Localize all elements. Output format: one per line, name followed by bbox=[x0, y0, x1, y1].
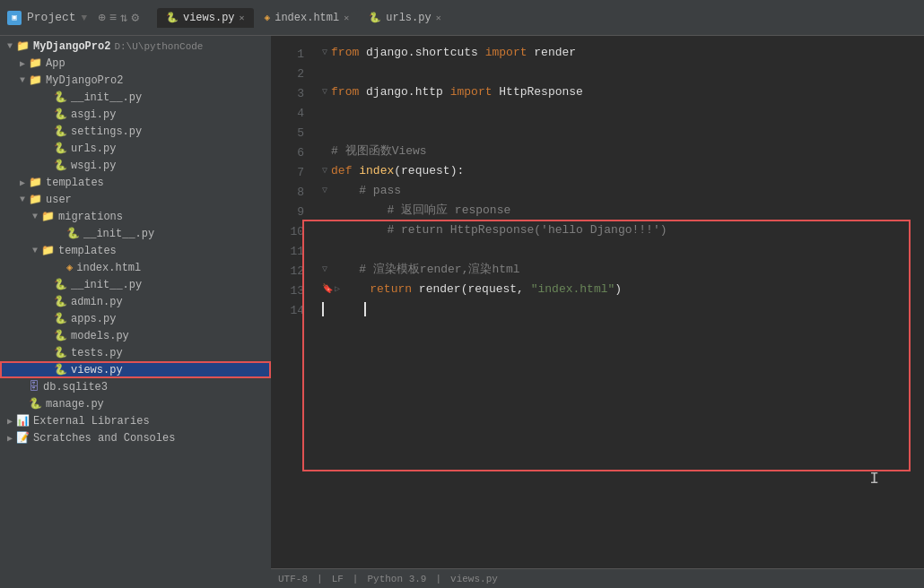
arrow-user: ▼ bbox=[16, 195, 29, 204]
settings-label: settings.py bbox=[71, 125, 142, 138]
arrow-root: ▼ bbox=[4, 41, 16, 51]
tree-item-settings[interactable]: ▶ 🐍 settings.py bbox=[0, 123, 271, 140]
project-label: Project bbox=[27, 11, 76, 24]
fold-13: ▷ bbox=[335, 280, 340, 299]
admin-label: admin.py bbox=[71, 296, 123, 308]
status-separator-3: | bbox=[435, 574, 441, 584]
tab-urls-py[interactable]: 🐍 urls.py ✕ bbox=[360, 8, 449, 28]
module-1: django.shortcuts bbox=[359, 43, 484, 63]
tab-urls-py-close[interactable]: ✕ bbox=[436, 13, 441, 23]
tree-item-index-html[interactable]: ▶ ◈ index.html bbox=[0, 259, 271, 276]
line-numbers: 1 2 3 4 5 6 7 8 9 10 11 12 13 14 bbox=[271, 36, 311, 568]
py-icon-models: 🐍 bbox=[54, 329, 67, 342]
status-separator-1: | bbox=[317, 574, 323, 584]
tree-item-user-init[interactable]: ▶ 🐍 __init__.py bbox=[0, 276, 271, 293]
tree-item-manage[interactable]: ▶ 🐍 manage.py bbox=[0, 395, 271, 412]
title-bar: ▣ Project ▼ ⊕ ≡ ⇅ ⚙ 🐍 views.py ✕ ◈ index… bbox=[0, 0, 924, 36]
tab-views-py[interactable]: 🐍 views.py ✕ bbox=[157, 8, 254, 28]
arrow-templates-user: ▼ bbox=[29, 246, 41, 255]
kw-from-1: from bbox=[331, 43, 359, 63]
tree-item-migrations-init[interactable]: ▶ 🐍 __init__.py bbox=[0, 225, 271, 242]
params-7: (request): bbox=[394, 161, 464, 181]
py-icon: 🐍 bbox=[166, 12, 179, 23]
index-html-label: index.html bbox=[76, 262, 141, 274]
user-folder-icon: 📁 bbox=[29, 193, 42, 206]
fn-index: index bbox=[359, 161, 394, 181]
tree-item-templates-root[interactable]: ▶ 📁 templates bbox=[0, 174, 271, 191]
tab-index-html-close[interactable]: ✕ bbox=[344, 13, 349, 23]
manage-label: manage.py bbox=[46, 398, 104, 411]
space-7 bbox=[352, 161, 359, 181]
scratches-label: Scratches and Consoles bbox=[33, 432, 175, 445]
apps-label: apps.py bbox=[71, 313, 116, 325]
user-label: user bbox=[46, 194, 72, 206]
fold-8: ▽ bbox=[322, 181, 327, 201]
comment-9: # 返回响应 response bbox=[387, 201, 510, 220]
tab-index-html-label: index.html bbox=[275, 12, 339, 24]
tree-item-external-libs[interactable]: ▶ 📊 External Libraries bbox=[0, 412, 271, 429]
code-line-2 bbox=[322, 63, 913, 82]
code-line-12: ▽ # 渲染模板render,渲染html bbox=[322, 260, 913, 280]
external-libs-icon: 📊 bbox=[16, 414, 30, 428]
scratches-icon: 📝 bbox=[16, 431, 30, 445]
toolbar-list-icon[interactable]: ≡ bbox=[109, 11, 117, 25]
fold-7: ▽ bbox=[322, 161, 327, 181]
status-encoding: UTF-8 bbox=[278, 574, 308, 584]
code-line-6: ▷ # 视图函数Views bbox=[322, 142, 913, 161]
status-line-ending: LF bbox=[332, 574, 344, 584]
tree-item-migrations[interactable]: ▼ 📁 migrations bbox=[0, 208, 271, 225]
toolbar-settings-icon[interactable]: ⚙ bbox=[132, 10, 139, 25]
tree-item-templates-user[interactable]: ▼ 📁 templates bbox=[0, 242, 271, 259]
editor-area[interactable]: 1 2 3 4 5 6 7 8 9 10 11 12 13 14 ▽ f bbox=[271, 36, 924, 588]
tree-item-scratches[interactable]: ▶ 📝 Scratches and Consoles bbox=[0, 429, 271, 446]
root-label: MyDjangoPro2 bbox=[33, 40, 110, 53]
tree-item-tests[interactable]: ▶ 🐍 tests.py bbox=[0, 344, 271, 361]
project-selector[interactable]: ▣ Project ▼ bbox=[7, 11, 87, 25]
py-icon-apps: 🐍 bbox=[54, 312, 67, 325]
tab-index-html[interactable]: ◈ index.html ✕ bbox=[256, 8, 359, 28]
py-icon-views: 🐍 bbox=[54, 363, 67, 376]
py-file-icon-init: 🐍 bbox=[54, 91, 67, 104]
tab-views-py-label: views.py bbox=[183, 12, 235, 24]
tree-item-root[interactable]: ▼ 📁 MyDjangoPro2 D:\U\pythonCode bbox=[0, 38, 271, 55]
tree-item-wsgi[interactable]: ▶ 🐍 wsgi.py bbox=[0, 157, 271, 174]
tree-item-views[interactable]: ▶ 🐍 views.py bbox=[0, 361, 271, 378]
external-libs-label: External Libraries bbox=[33, 415, 150, 428]
code-editor[interactable]: ▽ from django.shortcuts import render ▽ … bbox=[311, 36, 924, 568]
templates-user-label: templates bbox=[58, 245, 117, 257]
tree-item-db[interactable]: ▶ 🗄 db.sqlite3 bbox=[0, 378, 271, 395]
str-index-html: "index.html" bbox=[531, 280, 615, 299]
status-filename: views.py bbox=[450, 574, 498, 584]
py-icon-2: 🐍 bbox=[369, 12, 381, 23]
paren-close-13: ) bbox=[615, 280, 622, 299]
arrow-app: ▶ bbox=[16, 58, 29, 69]
tab-views-py-close[interactable]: ✕ bbox=[240, 13, 245, 23]
toolbar-split-icon[interactable]: ⇅ bbox=[120, 10, 127, 25]
toolbar-navigate-icon[interactable]: ⊕ bbox=[98, 10, 105, 25]
py-icon-user-init: 🐍 bbox=[54, 278, 67, 291]
project-dropdown-icon[interactable]: ▼ bbox=[82, 13, 88, 23]
tree-item-init[interactable]: ▶ 🐍 __init__.py bbox=[0, 89, 271, 106]
py-file-icon-asgi: 🐍 bbox=[54, 108, 67, 121]
fn-render: render bbox=[527, 43, 577, 63]
text-cursor bbox=[359, 302, 366, 316]
status-python-version: Python 3.9 bbox=[367, 574, 426, 584]
tree-item-models[interactable]: ▶ 🐍 models.py bbox=[0, 327, 271, 344]
tree-item-asgi[interactable]: ▶ 🐍 asgi.py bbox=[0, 106, 271, 123]
tree-item-user[interactable]: ▼ 📁 user bbox=[0, 191, 271, 208]
py-file-icon-wsgi: 🐍 bbox=[54, 159, 67, 172]
py-icon-admin: 🐍 bbox=[54, 295, 67, 308]
fold-1: ▽ bbox=[322, 43, 327, 63]
views-label: views.py bbox=[71, 364, 123, 376]
indent-13 bbox=[342, 280, 370, 299]
tree-item-admin[interactable]: ▶ 🐍 admin.py bbox=[0, 293, 271, 310]
tree-item-mydjango-sub[interactable]: ▼ 📁 MyDjangoPro2 bbox=[0, 72, 271, 89]
code-line-1: ▽ from django.shortcuts import render bbox=[322, 43, 913, 63]
mydjango-folder-icon: 📁 bbox=[29, 74, 42, 87]
indent-14 bbox=[331, 299, 359, 319]
tree-item-apps[interactable]: ▶ 🐍 apps.py bbox=[0, 310, 271, 327]
tree-item-app[interactable]: ▶ 📁 App bbox=[0, 55, 271, 72]
tree-item-urls[interactable]: ▶ 🐍 urls.py bbox=[0, 140, 271, 157]
sidebar: ▼ 📁 MyDjangoPro2 D:\U\pythonCode ▶ 📁 App… bbox=[0, 36, 271, 588]
code-line-4 bbox=[322, 102, 913, 122]
